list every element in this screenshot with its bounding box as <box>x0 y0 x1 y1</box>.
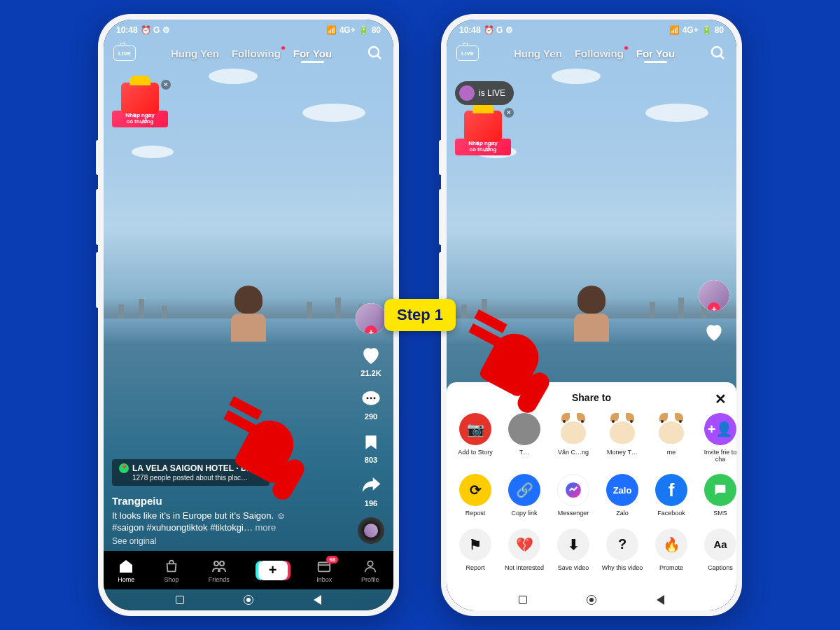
like-count: 21.2K <box>360 369 381 377</box>
status-time: 10:48 <box>116 25 138 35</box>
live-icon[interactable]: LIVE <box>456 46 479 61</box>
share-contact[interactable]: Money T… <box>601 413 644 463</box>
status-time: 10:48 <box>459 25 481 35</box>
creator-avatar[interactable] <box>699 280 729 311</box>
share-sheet: Share to ✕ 📷Add to Story T… Văn C…ng Mon… <box>447 382 736 610</box>
hashtags[interactable]: #saigon #xuhuongtiktok #tiktokgi… <box>112 522 253 533</box>
tab-following[interactable]: Following <box>232 48 281 59</box>
phone-right: 10:48⏰ G ⚙ 📶4G+🔋80 LIVE Hung Yen Followi… <box>441 14 742 616</box>
promo-line2: có thưởng <box>127 118 154 125</box>
nav-friends-label: Friends <box>209 576 230 583</box>
share-zalo[interactable]: ZaloZalo <box>601 474 644 517</box>
screen-left: 10:48⏰ G ⚙ 📶4G+🔋80 LIVE Hung Yen Followi… <box>104 20 393 610</box>
save-button[interactable]: 803 <box>359 430 383 464</box>
share-messenger[interactable]: Messenger <box>552 474 595 517</box>
recent-apps-icon[interactable] <box>176 596 184 604</box>
location-tag[interactable]: 📍LA VELA SAIGON HOTEL · Dis… 1278 people… <box>112 459 270 486</box>
svg-point-0 <box>369 47 379 57</box>
status-battery-pct: 80 <box>372 25 381 35</box>
share-contact[interactable]: me <box>650 413 693 463</box>
share-add-story[interactable]: 📷Add to Story <box>454 413 497 463</box>
screen-right: 10:48⏰ G ⚙ 📶4G+🔋80 LIVE Hung Yen Followi… <box>447 20 736 610</box>
home-icon[interactable] <box>587 595 596 605</box>
status-bar: 10:48⏰ G ⚙ 📶4G+🔋80 <box>447 20 736 41</box>
nav-profile[interactable]: Profile <box>361 558 379 583</box>
video-caption: Trangpeiu It looks like it's in Europe b… <box>112 495 337 546</box>
create-button[interactable]: + <box>258 561 288 580</box>
nav-inbox-label: Inbox <box>316 576 332 583</box>
tab-foryou[interactable]: For You <box>293 48 332 59</box>
status-signal: 📶 <box>326 25 337 35</box>
share-promote[interactable]: 🔥Promote <box>650 528 693 571</box>
back-icon[interactable] <box>314 595 321 605</box>
comment-button[interactable]: 290 <box>359 387 383 421</box>
share-contact[interactable]: Văn C…ng <box>552 413 595 463</box>
tab-hungyen[interactable]: Hung Yen <box>514 48 562 59</box>
live-toast[interactable]: is LIVE <box>455 81 514 105</box>
live-icon[interactable]: LIVE <box>113 46 136 61</box>
nav-profile-label: Profile <box>361 576 379 583</box>
share-not-interested[interactable]: 💔Not interested <box>503 528 546 571</box>
promo-line2: có thưởng <box>470 146 497 153</box>
share-report[interactable]: ⚑Report <box>454 528 497 571</box>
nav-home-label: Home <box>118 576 134 583</box>
action-sidebar <box>699 280 729 344</box>
status-signal: 📶 <box>669 25 680 35</box>
svg-point-9 <box>368 561 372 566</box>
svg-point-7 <box>220 561 224 566</box>
back-icon[interactable] <box>657 595 664 605</box>
share-title: Share to <box>572 392 611 403</box>
bottom-nav: Home Shop Friends + 66Inbox Profile <box>104 551 393 589</box>
top-nav: LIVE Hung Yen Following For You <box>447 41 736 66</box>
share-copy-link[interactable]: 🔗Copy link <box>503 474 546 517</box>
svg-line-1 <box>377 55 381 59</box>
recent-apps-icon[interactable] <box>519 596 527 604</box>
nav-shop-label: Shop <box>164 576 179 583</box>
status-battery: 🔋 <box>358 25 369 35</box>
close-icon[interactable]: ✕ <box>161 80 171 90</box>
share-why-video[interactable]: ?Why this video <box>601 528 644 571</box>
see-original[interactable]: See original <box>112 536 337 546</box>
more-button[interactable]: more <box>255 522 276 533</box>
promo-gift[interactable]: ✕ Nhấp ngaycó thưởng <box>455 111 511 163</box>
cat-avatar <box>655 413 687 445</box>
like-button[interactable]: 21.2K <box>359 344 383 377</box>
nav-inbox[interactable]: 66Inbox <box>316 558 332 583</box>
tab-hungyen[interactable]: Hung Yen <box>171 48 219 59</box>
share-button[interactable]: 196 <box>359 474 383 507</box>
nav-home[interactable]: Home <box>118 558 134 583</box>
sound-disc[interactable] <box>358 517 384 544</box>
search-icon[interactable] <box>367 45 384 62</box>
share-repost[interactable]: ⟳Repost <box>454 474 497 517</box>
nav-friends[interactable]: Friends <box>209 558 230 583</box>
status-network: 4G+ <box>682 25 699 35</box>
share-row-apps: ⟳Repost 🔗Copy link Messenger ZaloZalo fF… <box>454 474 729 517</box>
promo-gift[interactable]: ✕ Nhấp ngaycó thưởng <box>112 83 168 135</box>
svg-point-6 <box>214 561 218 566</box>
like-button[interactable] <box>702 321 726 344</box>
share-captions[interactable]: AaCaptions <box>699 528 736 571</box>
share-contact[interactable]: T… <box>503 413 546 463</box>
share-save-video[interactable]: ⬇Save video <box>552 528 595 571</box>
share-row-contacts: 📷Add to Story T… Văn C…ng Money T… me +👤… <box>454 413 729 463</box>
creator-avatar[interactable] <box>356 303 386 334</box>
share-count: 196 <box>365 499 377 507</box>
svg-rect-8 <box>318 562 330 571</box>
close-icon[interactable]: ✕ <box>504 108 514 118</box>
search-icon[interactable] <box>710 45 727 62</box>
home-icon[interactable] <box>244 595 253 605</box>
share-facebook[interactable]: fFacebook <box>650 474 693 517</box>
nav-shop[interactable]: Shop <box>163 558 180 583</box>
inbox-badge: 66 <box>326 556 338 564</box>
username[interactable]: Trangpeiu <box>112 495 337 507</box>
phone-left: 10:48⏰ G ⚙ 📶4G+🔋80 LIVE Hung Yen Followi… <box>98 14 399 616</box>
tab-foryou[interactable]: For You <box>636 48 675 59</box>
save-count: 803 <box>365 456 377 464</box>
share-sms[interactable]: SMS <box>699 474 736 517</box>
share-invite[interactable]: +👤Invite frie to cha <box>699 413 736 463</box>
toast-text: is LIVE <box>479 88 505 98</box>
tab-following[interactable]: Following <box>575 48 624 59</box>
status-bar: 10:48⏰ G ⚙ 📶4G+🔋80 <box>104 20 393 41</box>
share-close-icon[interactable]: ✕ <box>715 391 727 407</box>
toast-avatar <box>459 85 475 101</box>
